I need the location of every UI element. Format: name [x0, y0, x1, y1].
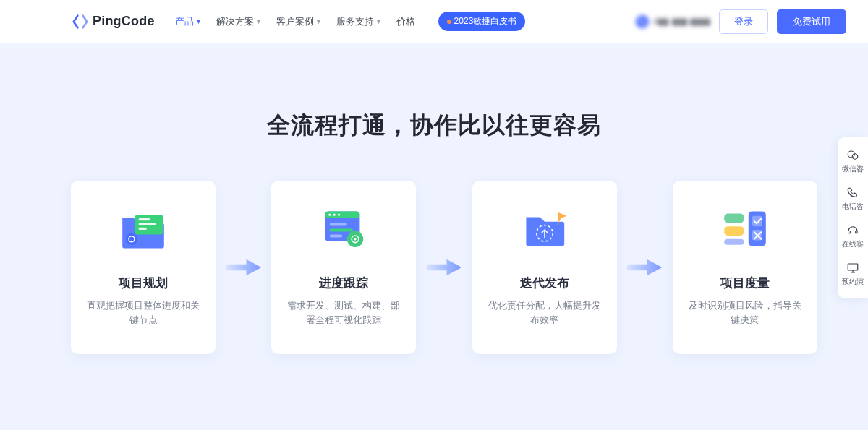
badge-label: 2023敏捷白皮书 [454, 15, 517, 27]
svg-point-8 [333, 214, 336, 216]
brand-logo[interactable]: PingCode [72, 14, 155, 30]
svg-rect-2 [139, 223, 156, 225]
feature-card-planning: 项目规划 直观把握项目整体进度和关键节点 [71, 181, 216, 354]
svg-rect-12 [330, 234, 343, 237]
nav-label: 服务支持 [336, 15, 374, 28]
flow-arrow-icon [617, 181, 673, 354]
svg-rect-21 [724, 226, 744, 236]
svg-rect-1 [139, 218, 150, 220]
login-button[interactable]: 登录 [719, 9, 768, 34]
card-title: 项目规划 [119, 275, 168, 291]
release-deploy-icon [516, 201, 574, 259]
nav-item-solutions[interactable]: 解决方案 ▾ [216, 15, 260, 28]
feature-card-tracking: 进度跟踪 需求开发、测试、构建、部署全程可视化跟踪 [271, 181, 416, 354]
card-desc: 优化责任分配，大幅提升发布效率 [484, 298, 605, 327]
card-title: 项目度量 [720, 275, 770, 291]
free-trial-button[interactable]: 免费试用 [777, 9, 846, 34]
badge-dot-icon [447, 20, 451, 24]
card-desc: 及时识别项目风险，指导关键决策 [684, 298, 806, 327]
chevron-down-icon: ▾ [377, 17, 380, 25]
phone-icon [636, 15, 649, 28]
flow-arrow-icon [216, 181, 271, 354]
main-menu: 产品 ▾ 解决方案 ▾ 客户案例 ▾ 服务支持 ▾ 价格 2023敏捷白皮书 [175, 12, 526, 31]
brand-name: PingCode [93, 14, 155, 29]
nav-label: 解决方案 [216, 15, 254, 28]
presentation-icon [846, 262, 859, 275]
phone-number[interactable]: 4▮▮-▮▮▮-▮▮▮▮ [636, 15, 710, 28]
svg-rect-10 [330, 223, 347, 225]
svg-rect-11 [330, 228, 353, 231]
brand-icon [72, 14, 88, 30]
card-title: 进度跟踪 [319, 275, 368, 291]
floatbar-phone[interactable]: 电话咨 [838, 180, 868, 218]
svg-rect-3 [139, 228, 147, 230]
svg-point-15 [354, 238, 357, 240]
svg-rect-18 [752, 216, 762, 226]
card-desc: 直观把握项目整体进度和关键节点 [82, 298, 204, 327]
floatbar-label: 微信咨 [842, 164, 864, 174]
nav-item-support[interactable]: 服务支持 ▾ [336, 15, 380, 28]
whitepaper-badge[interactable]: 2023敏捷白皮书 [438, 12, 526, 31]
chevron-down-icon: ▾ [257, 17, 260, 25]
nav-item-pricing[interactable]: 价格 [396, 15, 415, 28]
progress-tracking-icon [315, 201, 373, 259]
folder-plan-icon [114, 201, 172, 259]
floating-action-bar: 微信咨 电话咨 在线客 预约演 [838, 137, 868, 298]
nav-label: 产品 [175, 15, 194, 28]
flow-arrow-icon [416, 181, 472, 354]
phone-icon [846, 186, 859, 199]
headset-icon [846, 224, 859, 237]
nav-item-product[interactable]: 产品 ▾ [175, 15, 200, 28]
card-title: 迭代发布 [520, 275, 569, 291]
metrics-icon [716, 201, 774, 259]
floatbar-chat[interactable]: 在线客 [838, 218, 868, 255]
nav-label: 客户案例 [276, 15, 314, 28]
svg-point-9 [338, 214, 340, 216]
chevron-down-icon: ▾ [197, 17, 200, 25]
top-nav: PingCode 产品 ▾ 解决方案 ▾ 客户案例 ▾ 服务支持 ▾ 价格 20… [0, 0, 868, 43]
chevron-down-icon: ▾ [317, 17, 320, 25]
svg-point-4 [126, 233, 137, 245]
nav-item-cases[interactable]: 客户案例 ▾ [276, 15, 320, 28]
floatbar-label: 预约演 [842, 277, 864, 287]
hero-title: 全流程打通，协作比以往更容易 [0, 110, 868, 142]
svg-rect-20 [724, 214, 744, 223]
feature-card-release: 迭代发布 优化责任分配，大幅提升发布效率 [472, 181, 617, 354]
floatbar-label: 在线客 [842, 239, 864, 249]
floatbar-wechat[interactable]: 微信咨 [838, 143, 868, 180]
floatbar-label: 电话咨 [842, 202, 864, 212]
card-desc: 需求开发、测试、构建、部署全程可视化跟踪 [283, 298, 404, 327]
feature-row: 项目规划 直观把握项目整体进度和关键节点 进度跟踪 需求开发、测试、构建、部署全… [71, 181, 817, 354]
wechat-icon [846, 149, 859, 162]
svg-rect-22 [724, 239, 744, 245]
feature-card-metrics: 项目度量 及时识别项目风险，指导关键决策 [673, 181, 817, 354]
phone-text: 4▮▮-▮▮▮-▮▮▮▮ [653, 16, 710, 27]
nav-right: 4▮▮-▮▮▮-▮▮▮▮ 登录 免费试用 [636, 9, 846, 34]
svg-point-7 [329, 214, 331, 216]
nav-label: 价格 [396, 15, 415, 28]
floatbar-demo[interactable]: 预约演 [838, 255, 868, 293]
svg-rect-25 [848, 264, 858, 270]
